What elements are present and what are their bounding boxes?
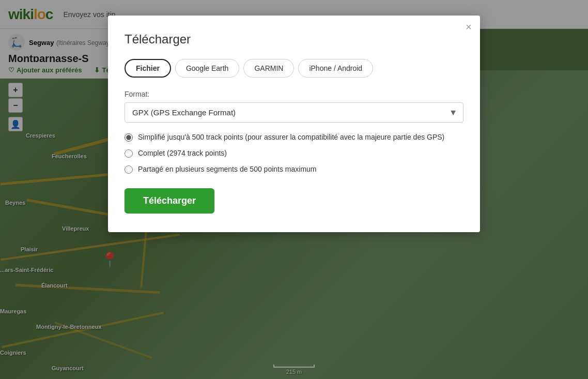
modal-title: Télécharger [125, 32, 463, 47]
tab-garmin[interactable]: GARMIN [243, 59, 294, 78]
radio-item-simplified[interactable]: Simplifié jusqu'à 500 track points (pour… [125, 133, 463, 142]
tab-fichier[interactable]: Fichier [125, 59, 171, 78]
radio-segments-label: Partagé en plusieurs segments de 500 poi… [138, 165, 317, 173]
download-modal: × Télécharger Fichier Google Earth GARMI… [108, 16, 480, 232]
format-select-wrapper: GPX (GPS Exchange Format) KML (Google Ea… [125, 102, 463, 123]
radio-simplified[interactable] [125, 133, 133, 142]
radio-complete[interactable] [125, 149, 133, 158]
modal-download-button[interactable]: Télécharger [125, 188, 214, 214]
modal-overlay: × Télécharger Fichier Google Earth GARMI… [0, 0, 588, 379]
radio-segments[interactable] [125, 165, 133, 174]
tab-google-earth[interactable]: Google Earth [175, 59, 240, 78]
format-select[interactable]: GPX (GPS Exchange Format) KML (Google Ea… [125, 102, 463, 123]
tab-iphone-android[interactable]: iPhone / Android [298, 59, 373, 78]
radio-item-segments[interactable]: Partagé en plusieurs segments de 500 poi… [125, 165, 463, 174]
radio-group: Simplifié jusqu'à 500 track points (pour… [125, 133, 463, 174]
radio-item-complete[interactable]: Complet (2974 track points) [125, 149, 463, 158]
modal-close-button[interactable]: × [466, 22, 472, 32]
modal-tab-row: Fichier Google Earth GARMIN iPhone / And… [125, 59, 463, 78]
format-label: Format: [125, 90, 463, 98]
radio-complete-label: Complet (2974 track points) [138, 149, 227, 157]
radio-simplified-label: Simplifié jusqu'à 500 track points (pour… [138, 133, 444, 141]
